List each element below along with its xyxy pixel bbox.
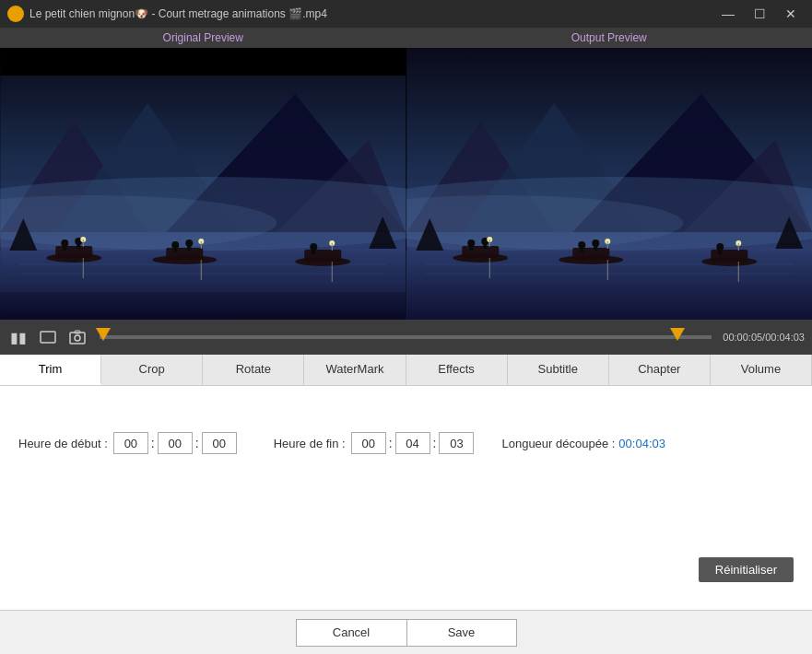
start-minute-input[interactable] xyxy=(158,432,193,454)
svg-rect-78 xyxy=(41,332,55,343)
svg-rect-30 xyxy=(304,250,341,262)
svg-rect-62 xyxy=(580,245,583,252)
length-label: Longueur découpée : xyxy=(501,437,615,450)
svg-rect-14 xyxy=(55,246,92,258)
bottom-bar: Cancel Save xyxy=(0,610,812,654)
svg-rect-16 xyxy=(63,243,66,251)
preview-area: Original Preview xyxy=(0,28,812,320)
end-time-label: Heure de fin : xyxy=(274,437,346,450)
start-sep2: : xyxy=(195,436,199,450)
length-value: 00:04:03 xyxy=(618,437,665,450)
output-preview-video xyxy=(406,48,813,320)
timeline-start-marker[interactable] xyxy=(96,328,111,341)
start-second-input[interactable] xyxy=(202,432,237,454)
app-icon xyxy=(7,6,24,22)
tab-subtitle[interactable]: Subtitle xyxy=(508,355,609,385)
reset-button[interactable]: Réinitialiser xyxy=(699,557,794,582)
output-preview-label: Output Preview xyxy=(406,28,813,48)
title-bar: Le petit chien mignon🐶 - Court metrage a… xyxy=(0,0,812,28)
svg-rect-64 xyxy=(594,243,597,251)
timeline-time: 00:00:05/00:04:03 xyxy=(723,332,805,343)
svg-rect-70 xyxy=(718,247,722,254)
minimize-button[interactable]: — xyxy=(714,5,742,23)
svg-rect-26 xyxy=(187,243,191,251)
end-minute-input[interactable] xyxy=(395,432,430,454)
tab-watermark[interactable]: WaterMark xyxy=(304,355,406,385)
svg-rect-52 xyxy=(462,246,499,258)
end-hour-input[interactable] xyxy=(351,432,386,454)
svg-rect-18 xyxy=(76,241,80,249)
timeline-bar: ▮▮ 00:00:05/00:04:03 xyxy=(0,320,812,355)
original-preview-video xyxy=(0,48,406,320)
tab-chapter[interactable]: Chapter xyxy=(609,355,711,385)
tab-bar: Trim Crop Rotate WaterMark Effects Subti… xyxy=(0,355,812,386)
svg-rect-56 xyxy=(483,241,487,249)
svg-rect-68 xyxy=(711,250,747,262)
svg-rect-54 xyxy=(469,243,473,251)
aspect-ratio-button[interactable] xyxy=(37,326,59,348)
tab-crop[interactable]: Crop xyxy=(101,355,203,385)
timeline-end-marker[interactable] xyxy=(670,328,685,341)
svg-rect-79 xyxy=(70,333,85,344)
original-preview-panel: Original Preview xyxy=(0,28,406,320)
tab-content: Heure de début : : : Heure de fin : : : … xyxy=(0,386,812,610)
screenshot-button[interactable] xyxy=(66,326,88,348)
main-content: Original Preview xyxy=(0,28,812,355)
svg-rect-32 xyxy=(312,247,315,254)
tab-volume[interactable]: Volume xyxy=(711,355,812,385)
output-preview-panel: Output Preview xyxy=(406,28,813,320)
svg-rect-1 xyxy=(0,48,406,76)
start-time-label: Heure de début : xyxy=(18,437,108,450)
tab-effects[interactable]: Effects xyxy=(406,355,508,385)
close-button[interactable]: ✕ xyxy=(777,5,805,23)
window-controls: — ☐ ✕ xyxy=(714,5,805,23)
tab-trim[interactable]: Trim xyxy=(0,355,101,385)
maximize-button[interactable]: ☐ xyxy=(746,5,773,23)
timeline-track[interactable] xyxy=(100,335,712,339)
save-button[interactable]: Save xyxy=(406,619,517,647)
svg-rect-60 xyxy=(572,248,609,260)
end-sep1: : xyxy=(389,436,393,450)
start-hour-input[interactable] xyxy=(113,432,148,454)
window-title: Le petit chien mignon🐶 - Court metrage a… xyxy=(29,7,714,20)
start-time-row: Heure de début : : : Heure de fin : : : … xyxy=(18,432,794,454)
play-pause-button[interactable]: ▮▮ xyxy=(7,326,29,348)
start-sep1: : xyxy=(151,436,155,450)
tab-rotate[interactable]: Rotate xyxy=(203,355,304,385)
end-second-input[interactable] xyxy=(439,432,474,454)
svg-point-80 xyxy=(75,335,80,341)
svg-rect-24 xyxy=(173,245,177,252)
end-sep2: : xyxy=(433,436,437,450)
reset-row: Réinitialiser xyxy=(18,557,794,591)
svg-rect-22 xyxy=(166,248,203,260)
original-preview-label: Original Preview xyxy=(0,28,406,48)
trim-content: Heure de début : : : Heure de fin : : : … xyxy=(18,404,794,591)
cancel-button[interactable]: Cancel xyxy=(296,619,406,647)
